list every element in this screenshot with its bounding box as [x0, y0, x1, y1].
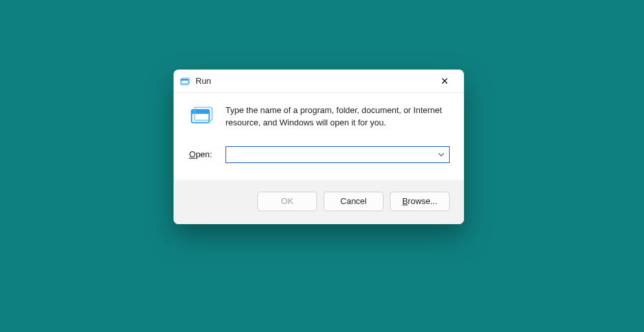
close-icon: ✕ [441, 76, 449, 86]
ok-button[interactable]: OK [257, 192, 317, 211]
dialog-title: Run [196, 76, 430, 86]
open-label: Open: [189, 149, 218, 159]
close-button[interactable]: ✕ [430, 71, 459, 91]
description-text: Type the name of a program, folder, docu… [225, 105, 450, 129]
chevron-down-icon[interactable] [433, 153, 449, 157]
run-dialog: Run ✕ Type the name of a program, folder… [174, 70, 464, 224]
description-row: Type the name of a program, folder, docu… [188, 105, 450, 129]
dialog-content: Type the name of a program, folder, docu… [174, 93, 464, 180]
open-combobox[interactable] [225, 146, 450, 163]
run-icon [190, 106, 214, 125]
run-title-icon [180, 77, 190, 85]
open-row: Open: [188, 146, 450, 163]
dialog-footer: OK Cancel Browse... [174, 180, 464, 224]
cancel-button[interactable]: Cancel [324, 192, 383, 211]
open-input[interactable] [226, 147, 433, 162]
titlebar: Run ✕ [174, 70, 464, 93]
browse-button[interactable]: Browse... [390, 192, 450, 211]
